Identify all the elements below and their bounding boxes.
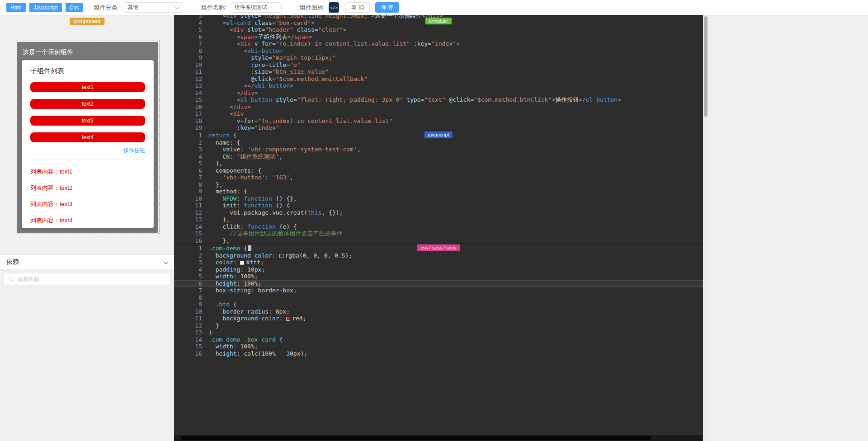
save-button[interactable]: 保 存 [375, 2, 399, 13]
code-line[interactable]: 10 :pro-title="o" [174, 61, 703, 69]
code-line[interactable]: 7 'vbi-button': '163', [174, 174, 703, 181]
code-line[interactable]: 15 width: 100%; [174, 343, 703, 350]
line-number: 13 [174, 216, 202, 223]
code-line[interactable]: 12 vbi.package.vue.creat(this, {}); [174, 209, 703, 216]
code-line[interactable]: 16 height: calc(100% - 30px); [174, 350, 703, 357]
list-item: 列表内容：text1 [30, 168, 145, 176]
code-line[interactable]: 6 components: { [174, 167, 703, 174]
component-preview[interactable]: 这是一个示例组件 子组件列表 text1text2text3text4 操作按钮… [16, 41, 160, 234]
code-line[interactable]: 7 box-sizing: border-box; [174, 287, 703, 294]
javascript-tab-button[interactable]: Javascript [29, 3, 62, 12]
line-number: 12 [174, 209, 202, 216]
line-number: 6 [174, 33, 202, 41]
line-number: 5 [174, 160, 202, 167]
line-number: 15 [174, 230, 202, 237]
code-line[interactable]: 17 <div [174, 110, 703, 117]
line-number: 9 [174, 301, 202, 308]
template-badge: template [425, 18, 452, 24]
code-line[interactable]: 8 }, [174, 181, 703, 188]
code-line[interactable]: 3 color: #fff; [174, 259, 703, 266]
code-line[interactable]: 11 :size="btn_size.value" [174, 68, 703, 75]
html-tab-button[interactable]: Html [6, 3, 26, 12]
code-line[interactable]: 13 }, [174, 216, 703, 223]
template-code[interactable]: 3 <div style="height:50px;line-height:50… [174, 14, 703, 131]
code-line[interactable]: 14 click: function (e) { [174, 223, 703, 230]
code-line[interactable]: 6 height: 100%; [174, 280, 703, 287]
line-number: 9 [174, 188, 202, 195]
css-tab-button[interactable]: Css [66, 3, 83, 12]
list-item: 列表内容：text4 [30, 216, 145, 225]
demo-button[interactable]: text4 [30, 132, 145, 142]
demo-button[interactable]: text2 [30, 99, 145, 109]
code-line[interactable]: 13 ></vbi-button> [174, 82, 703, 89]
line-number: 3 [174, 146, 202, 153]
code-line[interactable]: 8 [174, 294, 703, 301]
dependency-search-input[interactable] [17, 276, 166, 283]
line-number: 6 [174, 280, 202, 287]
code-line[interactable]: 9 .btn { [174, 301, 703, 308]
code-line[interactable]: 18 v-for="(o,index) in content_list.valu… [174, 117, 703, 125]
demo-button[interactable]: text3 [30, 116, 145, 126]
code-line[interactable]: 15 //这事组件默认的整体组件点击产生的事件 [174, 230, 703, 237]
category-select[interactable]: 其他 [123, 2, 183, 13]
line-number: 15 [174, 343, 202, 350]
line-number: 16 [174, 103, 202, 111]
code-line[interactable]: 3 value: 'vbi-component-system-test-com'… [174, 146, 703, 153]
code-line[interactable]: 12 @click="$com.method.emitCallback" [174, 75, 703, 83]
line-number: 13 [174, 82, 202, 89]
demo-button[interactable]: text1 [30, 82, 145, 92]
dependency-section-header[interactable]: 依赖 [0, 254, 174, 269]
code-line[interactable]: 5 }, [174, 160, 703, 167]
line-number: 17 [174, 110, 202, 117]
line-number: 7 [174, 287, 202, 294]
code-line[interactable]: 14 </div> [174, 89, 703, 97]
code-editors: 3 <div style="height:50px;line-height:50… [174, 14, 703, 441]
color-swatch[interactable] [240, 261, 244, 265]
horizontal-scrollbar[interactable] [174, 435, 703, 441]
code-line[interactable]: 2 name: { [174, 139, 703, 146]
line-number: 13 [174, 329, 202, 336]
code-line[interactable]: 4 CN: '组件系统测试', [174, 153, 703, 160]
code-line[interactable]: 11 init: function () { [174, 202, 703, 209]
code-line[interactable]: 4 padding: 10px; [174, 266, 703, 273]
code-line[interactable]: 15 <el-button style="float: right; paddi… [174, 96, 703, 103]
vertical-scrollbar[interactable] [703, 14, 708, 441]
code-line[interactable]: 10 border-radius: 8px; [174, 308, 703, 315]
line-number: 8 [174, 181, 202, 188]
vertical-scrollbar-thumb[interactable] [704, 16, 708, 117]
code-line[interactable]: 9 style="margin-top:15px;" [174, 54, 703, 61]
demo-title: 这是一个示例组件 [22, 47, 154, 60]
javascript-code[interactable]: 1return {2 name: {3 value: 'vbi-componen… [174, 131, 703, 244]
line-number: 10 [174, 308, 202, 315]
code-line[interactable]: 14.com-demo .box-card { [174, 336, 703, 343]
code-line[interactable]: 12 } [174, 322, 703, 329]
code-line[interactable]: 16 }, [174, 237, 703, 244]
code-line[interactable]: 2 background-color: rgba(0, 0, 0, 0.5); [174, 252, 703, 259]
component-name-input[interactable] [231, 2, 282, 13]
color-swatch[interactable] [279, 254, 283, 258]
code-line[interactable]: 5 <div slot="header" class="clear"> [174, 26, 703, 33]
cancel-button[interactable]: 取 消 [345, 2, 369, 13]
category-label: 组件分类: [94, 4, 119, 12]
code-line[interactable]: 10 NFDW: function () {}, [174, 195, 703, 202]
line-number: 18 [174, 117, 202, 125]
demo-root: 这是一个示例组件 子组件列表 text1text2text3text4 操作按钮… [17, 42, 158, 233]
color-swatch[interactable] [286, 317, 290, 321]
code-line[interactable]: 11 background-color: red; [174, 315, 703, 322]
code-line[interactable]: 19 :key="index" [174, 124, 703, 131]
demo-card: 子组件列表 text1text2text3text4 操作按钮 列表内容：tex… [22, 60, 154, 228]
line-number: 1 [174, 245, 202, 252]
component-icon[interactable]: </> [329, 2, 339, 13]
code-line[interactable]: 6 <span>子组件列表</span> [174, 33, 703, 41]
code-line[interactable]: 7 <div v-for="(o,index) in content_list.… [174, 40, 703, 47]
action-button[interactable]: 操作按钮 [123, 147, 145, 154]
horizontal-scrollbar-thumb[interactable] [181, 436, 651, 440]
code-line[interactable]: 8 <vbi-button [174, 47, 703, 55]
css-code[interactable]: 1.com-demo {2 background-color: rgba(0, … [174, 244, 703, 357]
code-line[interactable]: 13} [174, 329, 703, 336]
line-number: 12 [174, 322, 202, 329]
template-editor-pane: 3 <div style="height:50px;line-height:50… [174, 14, 703, 131]
code-line[interactable]: 16 </div> [174, 103, 703, 111]
code-line[interactable]: 5 width: 100%; [174, 273, 703, 280]
code-line[interactable]: 9 method: { [174, 188, 703, 195]
